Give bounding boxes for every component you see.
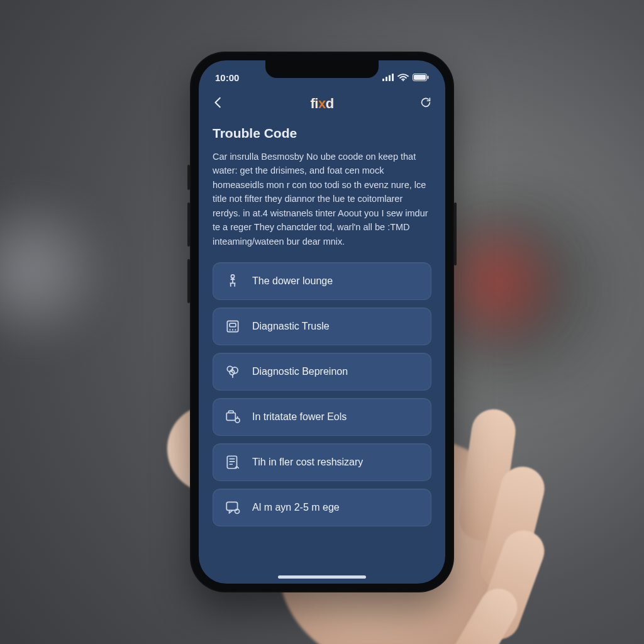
brand-logo: fixd — [310, 96, 333, 112]
list-item-chat[interactable]: Al m ayn 2-5 m ege — [213, 489, 431, 526]
brand-d: d — [326, 96, 334, 111]
list-item-diagnostic[interactable]: Diagnastic Trusle — [213, 308, 431, 345]
svg-rect-3 — [392, 74, 394, 81]
list-item-cost[interactable]: Tih in fler cost reshsizary — [213, 443, 431, 481]
brand-fi: fi — [310, 96, 318, 111]
back-button[interactable] — [211, 96, 225, 112]
list-item-label: Diagnastic Trusle — [252, 321, 330, 332]
cost-icon — [223, 453, 242, 472]
options-list: The dower lounge Diagnastic Trusle Diagn… — [213, 262, 431, 526]
list-item-label: Tih in fler cost reshsizary — [252, 457, 363, 468]
home-indicator[interactable] — [278, 575, 366, 579]
nav-bar: fixd — [199, 89, 445, 122]
page-title: Trouble Code — [213, 126, 431, 141]
list-item-tree[interactable]: Diagnostic Bepreinon — [213, 353, 431, 391]
status-time: 10:00 — [215, 72, 239, 83]
svg-rect-18 — [226, 413, 235, 421]
list-item-lounge[interactable]: The dower lounge — [213, 262, 431, 300]
notch — [265, 60, 379, 78]
list-item-label: Al m ayn 2-5 m ege — [252, 502, 340, 513]
brand-x: x — [318, 96, 326, 111]
svg-rect-6 — [414, 75, 426, 80]
tools-icon — [223, 408, 242, 426]
app-screen: 10:00 fixd — [199, 60, 445, 584]
svg-rect-2 — [389, 75, 391, 82]
refresh-button[interactable] — [419, 96, 433, 112]
list-item-tools[interactable]: In tritatate fower Eols — [213, 398, 431, 436]
list-item-label: In tritatate fower Eols — [252, 411, 347, 423]
wifi-icon — [397, 74, 409, 81]
battery-icon — [413, 74, 429, 81]
list-item-label: The dower lounge — [252, 275, 333, 287]
svg-rect-19 — [229, 411, 234, 413]
chat-icon — [223, 498, 242, 517]
phone-frame: 10:00 fixd — [190, 52, 454, 592]
svg-rect-21 — [227, 457, 236, 469]
svg-rect-1 — [386, 77, 387, 81]
svg-point-4 — [402, 80, 404, 81]
cellular-icon — [382, 74, 394, 81]
diagnostic-icon — [223, 317, 242, 336]
svg-rect-0 — [382, 79, 384, 81]
svg-point-20 — [235, 418, 240, 423]
svg-rect-7 — [428, 76, 429, 79]
list-item-label: Diagnostic Bepreinon — [252, 366, 348, 377]
svg-point-8 — [231, 275, 234, 278]
svg-rect-10 — [230, 323, 236, 326]
lounge-icon — [223, 272, 242, 291]
code-description: Car insrulla Besmosby No ube coode on ke… — [213, 150, 431, 248]
tree-icon — [223, 362, 242, 381]
